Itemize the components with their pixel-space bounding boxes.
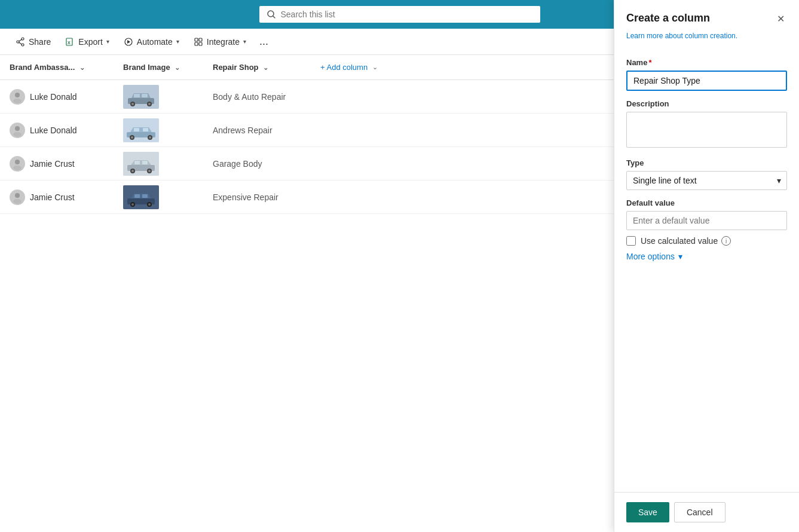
- svg-rect-39: [142, 161, 148, 164]
- default-value-input[interactable]: [626, 211, 787, 230]
- export-button[interactable]: X Export ▾: [59, 33, 115, 50]
- cancel-button[interactable]: Cancel: [674, 502, 725, 522]
- main-list-area: Brand Ambassa... ⌄ Brand Image ⌄ Repair …: [0, 55, 614, 532]
- chevron-down-icon: ▾: [678, 252, 682, 261]
- cell-brand-ambassador-4: Jamie Crust: [10, 189, 123, 205]
- more-button[interactable]: ...: [255, 33, 273, 50]
- search-icon: [267, 10, 276, 19]
- svg-line-1: [273, 16, 275, 18]
- svg-point-2: [22, 38, 24, 40]
- svg-point-34: [15, 160, 20, 164]
- svg-rect-13: [199, 42, 202, 45]
- cell-brand-ambassador-3: Jamie Crust: [10, 156, 123, 172]
- svg-rect-18: [134, 94, 140, 97]
- cell-brand-ambassador-2: Luke Donald: [10, 123, 123, 138]
- automate-button[interactable]: Automate ▾: [118, 33, 185, 50]
- panel-close-button[interactable]: ✕: [774, 12, 787, 26]
- export-icon: X: [65, 37, 75, 47]
- car-thumbnail-1: [123, 85, 159, 109]
- name-field-label: Name*: [626, 58, 787, 67]
- svg-point-15: [13, 99, 22, 103]
- svg-rect-48: [134, 194, 140, 198]
- cell-brand-image-1: [123, 85, 213, 109]
- description-field-label: Description: [626, 99, 787, 108]
- avatar: [10, 89, 25, 105]
- svg-point-31: [131, 136, 133, 139]
- table-row: Jamie Crust Garage Body: [0, 147, 614, 181]
- integrate-icon: [194, 37, 203, 47]
- cell-repair-shop-3: Garage Body: [213, 159, 320, 169]
- integrate-caret: ▾: [243, 38, 246, 45]
- more-options-label: More options: [626, 252, 675, 261]
- col-header-repair-shop: Repair Shop ⌄: [213, 63, 320, 72]
- svg-line-5: [19, 39, 22, 41]
- share-label: Share: [29, 37, 51, 47]
- export-caret: ▾: [106, 38, 109, 45]
- svg-point-14: [15, 93, 20, 97]
- svg-point-3: [17, 41, 19, 43]
- svg-point-41: [131, 170, 134, 172]
- table-row: Luke Donald Andrews Repair: [0, 114, 614, 147]
- type-select[interactable]: Single line of text Multiple lines of te…: [626, 171, 787, 190]
- svg-point-23: [148, 103, 151, 105]
- learn-more-link[interactable]: Learn more about column creation.: [614, 32, 799, 50]
- automate-icon: [124, 37, 133, 47]
- svg-rect-10: [195, 38, 198, 41]
- svg-rect-12: [195, 42, 198, 45]
- svg-point-44: [15, 193, 20, 198]
- create-column-panel: Create a column ✕ Learn more about colum…: [614, 0, 799, 532]
- add-column-button[interactable]: + Add column ⌄: [320, 63, 378, 72]
- cell-brand-image-4: [123, 185, 213, 209]
- svg-point-53: [148, 203, 151, 206]
- use-calculated-checkbox[interactable]: [626, 236, 636, 246]
- share-button[interactable]: Share: [10, 33, 57, 50]
- integrate-label: Integrate: [207, 37, 240, 47]
- cell-brand-image-3: [123, 152, 213, 176]
- svg-point-35: [13, 166, 22, 170]
- panel-body: Name* Description Type Single line of te…: [614, 50, 799, 492]
- more-label: ...: [259, 35, 268, 48]
- svg-point-43: [148, 170, 151, 172]
- avatar: [10, 189, 25, 205]
- integrate-button[interactable]: Integrate ▾: [188, 33, 252, 50]
- car-thumbnail-3: [123, 152, 159, 176]
- svg-point-45: [13, 199, 22, 204]
- name-input[interactable]: [626, 71, 787, 91]
- cell-brand-ambassador-1: Luke Donald: [10, 89, 123, 105]
- search-input[interactable]: [281, 10, 533, 19]
- col-header-brand-ambassador: Brand Ambassa... ⌄: [10, 63, 123, 72]
- description-input[interactable]: [626, 112, 787, 148]
- car-thumbnail-2: [123, 118, 159, 142]
- svg-rect-49: [142, 194, 148, 198]
- cell-repair-shop-4: Expensive Repair: [213, 192, 320, 202]
- avatar: [10, 156, 25, 172]
- list-header: Brand Ambassa... ⌄ Brand Image ⌄ Repair …: [0, 55, 614, 80]
- svg-text:X: X: [68, 41, 71, 45]
- svg-point-25: [13, 132, 22, 137]
- car-thumbnail-4: [123, 185, 159, 209]
- col-header-brand-image: Brand Image ⌄: [123, 63, 213, 72]
- svg-rect-19: [142, 94, 148, 97]
- save-button[interactable]: Save: [626, 502, 669, 522]
- svg-point-33: [149, 136, 151, 139]
- svg-point-21: [131, 103, 134, 105]
- cell-repair-shop-1: Body & Auto Repair: [213, 92, 320, 102]
- automate-label: Automate: [137, 37, 173, 47]
- svg-point-4: [22, 44, 24, 46]
- share-icon: [16, 37, 25, 47]
- info-icon[interactable]: i: [721, 236, 731, 246]
- svg-point-24: [15, 126, 20, 131]
- svg-rect-11: [199, 38, 202, 41]
- svg-point-51: [131, 203, 134, 206]
- panel-footer: Save Cancel: [614, 492, 799, 532]
- avatar: [10, 123, 25, 138]
- more-options-button[interactable]: More options ▾: [626, 246, 682, 267]
- type-select-wrapper: Single line of text Multiple lines of te…: [626, 171, 787, 190]
- export-label: Export: [78, 37, 102, 47]
- use-calculated-row: Use calculated value i: [626, 236, 787, 246]
- use-calculated-label: Use calculated value i: [641, 236, 731, 246]
- cell-repair-shop-2: Andrews Repair: [213, 126, 320, 135]
- svg-rect-28: [134, 128, 139, 132]
- panel-title: Create a column: [626, 12, 710, 25]
- table-row: Jamie Crust Expensive Repair: [0, 181, 614, 214]
